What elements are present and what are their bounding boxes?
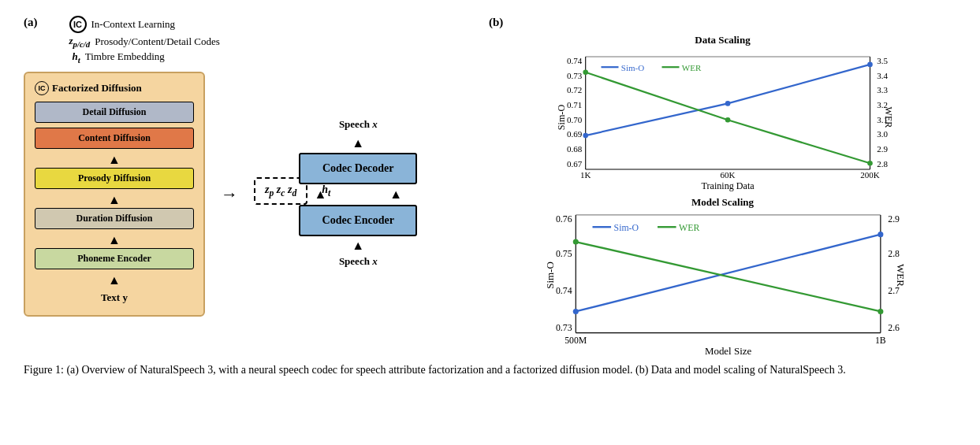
legend-simo-text-2: Sim-O: [614, 223, 639, 233]
prosody-diff-label: Prosody Diffusion: [78, 172, 151, 184]
factorized-title: IC Factorized Diffusion: [35, 81, 194, 95]
wer-dot2: [725, 117, 731, 123]
duration-diff-label: Duration Diffusion: [76, 213, 152, 224]
main-content: (a) IC In-Context Learning zp/c/d Prosod…: [24, 16, 956, 378]
phoneme-encoder-block: Phoneme Encoder: [35, 248, 194, 269]
in-context-label: In-Context Learning: [91, 18, 176, 31]
y-left-tick-6: 0.73: [567, 71, 583, 80]
x-tick-500m: 500M: [565, 336, 587, 346]
codec-decoder-box: Codec Decoder: [299, 153, 417, 184]
y-left-tick-3-2: 0.76: [556, 214, 572, 224]
phoneme-enc-label: Phoneme Encoder: [77, 253, 151, 264]
y-right-tick-1: 2.9: [877, 144, 888, 154]
legend-wer-text-2: WER: [679, 223, 699, 233]
ic-badge: IC: [69, 16, 87, 33]
arrow-to-codes: →: [221, 184, 238, 205]
y-left-tick-4: 0.71: [567, 100, 582, 109]
wer-dot1: [583, 70, 588, 76]
x-axis-title-2: Model Size: [705, 345, 752, 357]
arrow-up-left: ▲: [314, 187, 326, 202]
simo-dot3: [867, 62, 873, 68]
figure-caption: Figure 1: (a) Overview of NaturalSpeech …: [24, 362, 956, 378]
chart2-title: Model Scaling: [489, 196, 956, 209]
legend-wer-text-1: WER: [682, 63, 702, 72]
detail-diff-label: Detail Diffusion: [83, 106, 147, 117]
legend-row-zpcd: zp/c/d Prosody/Content/Detail Codes: [69, 35, 220, 49]
simo-dot2: [725, 101, 731, 106]
duration-diffusion-block: Duration Diffusion: [35, 208, 194, 229]
y-left-tick-5: 0.72: [567, 85, 582, 95]
arrow-down-3: ▲: [35, 234, 194, 247]
zp-label: zp zc zd: [265, 184, 296, 195]
caption-text: Figure 1: (a) Overview of NaturalSpeech …: [24, 364, 846, 376]
codec-decoder-label: Codec Decoder: [322, 162, 394, 174]
content-diff-label: Content Diffusion: [78, 132, 151, 143]
y-right-title-2: WER: [895, 264, 907, 287]
y-right-tick-1-2: 2.7: [888, 286, 900, 296]
y-left-tick-3: 0.70: [567, 115, 583, 124]
diagram-b: (b) Data Scaling 0.74 0.73 0.72 0.71 0.7…: [489, 16, 956, 346]
x-tick-60k: 60K: [721, 170, 736, 180]
y-left-tick-2: 0.69: [567, 129, 583, 139]
legend-row-ic: IC In-Context Learning: [69, 16, 220, 33]
chart1-title: Data Scaling: [489, 34, 956, 46]
y-right-tick-0-2: 2.6: [888, 323, 900, 333]
up-arrows-row: ▲ ▲: [314, 187, 402, 202]
y-right-tick-0: 2.8: [877, 159, 888, 169]
y-right-tick-6: 3.4: [877, 71, 888, 80]
simo-line-chart2: [576, 235, 881, 312]
chart1-svg: 0.74 0.73 0.72 0.71 0.70 0.69 0.68 0.67 …: [489, 48, 956, 178]
simo-dot1-2: [573, 309, 579, 314]
factorized-box: IC Factorized Diffusion Detail Diffusion…: [24, 72, 205, 317]
y-right-tick-2-2: 2.8: [888, 249, 900, 259]
arrow-up-codec-decoder: ▲: [352, 134, 364, 153]
y-left-tick-1-2: 0.74: [556, 286, 572, 296]
y-right-tick-3-2: 2.9: [888, 214, 900, 224]
y-left-tick-1: 0.68: [567, 144, 583, 154]
y-right-title-1: WER: [883, 107, 894, 129]
wer-dot3: [867, 161, 873, 166]
speech-bottom-label: Speech x: [339, 255, 378, 268]
zpcd-suffix: Prosody/Content/Detail Codes: [95, 35, 220, 48]
arrow-up-speech-bottom: ▲: [352, 236, 364, 255]
top-section: (a) IC In-Context Learning zp/c/d Prosod…: [24, 16, 956, 346]
diagram-body: IC Factorized Diffusion Detail Diffusion…: [24, 72, 465, 317]
part-a-label: (a): [24, 16, 38, 29]
chart2-svg: 0.76 0.75 0.74 0.73 2.9 2.8 2.7 2.6: [489, 210, 956, 340]
x-axis-title-1: Training Data: [702, 180, 755, 191]
y-left-title-1: Sim-O: [556, 105, 567, 131]
content-diffusion-block: Content Diffusion: [35, 128, 194, 149]
ic-small-badge: IC: [35, 81, 49, 95]
wer-dot2-2: [878, 309, 883, 314]
ht-h: ht: [73, 50, 80, 65]
x-tick-200k: 200K: [860, 170, 880, 180]
arrow-down-4: ▲: [35, 274, 194, 287]
y-left-tick-7: 0.74: [567, 56, 583, 65]
factorized-title-text: Factorized Diffusion: [52, 82, 142, 95]
y-right-tick-7: 3.5: [877, 56, 888, 65]
legend-simo-text-1: Sim-O: [621, 63, 644, 72]
prosody-diffusion-block: Prosody Diffusion: [35, 168, 194, 189]
simo-dot2-2: [878, 232, 883, 237]
y-right-tick-2: 3.0: [877, 129, 888, 139]
codec-encoder-label: Codec Encoder: [322, 214, 394, 226]
y-left-tick-2-2: 0.75: [556, 249, 572, 259]
chart2-container: Model Scaling 0.76 0.75 0.74 0.73 2.9 2.…: [489, 196, 956, 346]
legend-row-ht: ht Timbre Embedding: [69, 50, 220, 65]
codec-encoder-box: Codec Encoder: [299, 205, 417, 236]
x-tick-1k: 1K: [580, 170, 591, 180]
arrow-down-2: ▲: [35, 194, 194, 206]
chart1-container: Data Scaling 0.74 0.73 0.72 0.71 0.70 0.…: [489, 34, 956, 184]
simo-dot1: [583, 133, 588, 139]
charts-col: Data Scaling 0.74 0.73 0.72 0.71 0.70 0.…: [489, 34, 956, 346]
y-right-tick-5: 3.3: [877, 85, 888, 95]
ht-suffix: Timbre Embedding: [85, 50, 165, 63]
right-codec-area: Speech x ▲ Codec Decoder ▲ ▲ Codec Encod…: [299, 118, 417, 271]
arrow-down-1: ▲: [35, 154, 194, 166]
x-tick-1b: 1B: [875, 336, 886, 346]
legend: IC In-Context Learning zp/c/d Prosody/Co…: [69, 16, 220, 65]
text-y-label: Text y: [35, 291, 194, 304]
wer-line-chart2: [576, 242, 881, 311]
y-left-tick-0-2: 0.73: [556, 323, 572, 333]
arrow-up-right: ▲: [389, 187, 402, 202]
